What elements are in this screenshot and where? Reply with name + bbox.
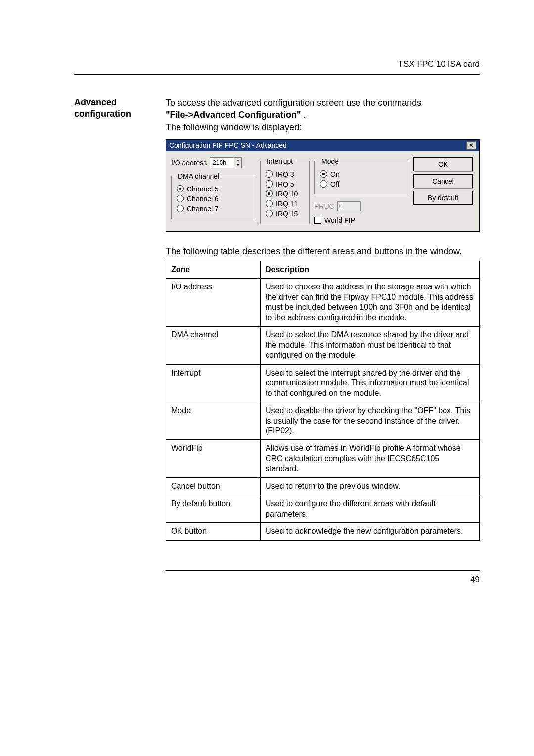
mode-option-label: On — [330, 170, 340, 178]
doc-title: TSX FPC 10 ISA card — [74, 59, 480, 69]
interrupt-legend: Interrupt — [266, 157, 294, 165]
irq-option-label: IRQ 3 — [276, 170, 294, 178]
cell-desc: Used to select the interrupt shared by t… — [261, 364, 480, 402]
pruc-label: PRUC — [314, 202, 334, 210]
irq-option-label: IRQ 10 — [276, 190, 298, 198]
mode-group: Mode On Off — [314, 157, 408, 194]
table-row: Interrupt Used to select the interrupt s… — [166, 364, 480, 402]
io-address-label: I/O address — [171, 159, 207, 167]
pruc-input — [337, 201, 361, 211]
cell-desc: Allows use of frames in WorldFip profile… — [261, 440, 480, 477]
radio-icon[interactable] — [177, 195, 184, 202]
irq-option[interactable]: IRQ 10 — [266, 190, 304, 198]
radio-icon[interactable] — [177, 205, 184, 212]
dma-option-label: Channel 6 — [187, 195, 219, 203]
irq-option-label: IRQ 5 — [276, 180, 294, 188]
irq-option[interactable]: IRQ 15 — [266, 210, 304, 218]
cell-desc: Used to choose the address in the storag… — [261, 279, 480, 327]
mode-option[interactable]: Off — [320, 180, 403, 188]
table-caption: The following table describes the differ… — [166, 246, 480, 257]
table-row: WorldFip Allows use of frames in WorldFi… — [166, 440, 480, 477]
dma-option[interactable]: Channel 7 — [177, 205, 250, 213]
worldfip-label: World FIP — [324, 216, 355, 224]
interrupt-group: Interrupt IRQ 3 IRQ 5 IRQ — [260, 157, 310, 224]
cell-zone: DMA channel — [166, 327, 261, 364]
table-row: DMA channel Used to select the DMA resou… — [166, 327, 480, 364]
cell-zone: OK button — [166, 523, 261, 540]
radio-icon[interactable] — [266, 190, 273, 197]
cell-zone: I/O address — [166, 279, 261, 327]
radio-icon[interactable] — [177, 185, 184, 192]
worldfip-row[interactable]: World FIP — [314, 216, 408, 224]
by-default-button[interactable]: By default — [413, 191, 473, 205]
table-row: Mode Used to disable the driver by check… — [166, 402, 480, 440]
mode-legend: Mode — [320, 157, 340, 165]
config-dialog: Configuration FIP FPC SN - Advanced × I/… — [166, 139, 480, 232]
cell-desc: Used to acknowledge the new configuratio… — [261, 523, 480, 540]
dma-legend: DMA channel — [177, 172, 221, 180]
dialog-title: Configuration FIP FPC SN - Advanced — [169, 142, 287, 149]
cell-desc: Used to configure the different areas wi… — [261, 495, 480, 523]
intro-line2: The following window is displayed: — [166, 122, 302, 132]
close-icon[interactable]: × — [466, 141, 476, 150]
intro-period: . — [301, 110, 306, 120]
heading-line2: configuration — [74, 109, 131, 119]
intro-command: "File->Advanced Configuration" — [166, 110, 301, 120]
mode-option[interactable]: On — [320, 170, 403, 178]
section-heading: Advanced configuration — [74, 97, 148, 585]
mode-option-label: Off — [330, 180, 339, 188]
ok-button[interactable]: OK — [413, 157, 473, 171]
heading-line1: Advanced — [74, 97, 117, 107]
pruc-row: PRUC — [314, 201, 408, 211]
dialog-titlebar: Configuration FIP FPC SN - Advanced × — [166, 140, 479, 151]
cell-zone: Interrupt — [166, 364, 261, 402]
dma-option-label: Channel 7 — [187, 205, 219, 213]
irq-option[interactable]: IRQ 3 — [266, 170, 304, 178]
dma-option[interactable]: Channel 5 — [177, 185, 250, 193]
cell-desc: Used to disable the driver by checking t… — [261, 402, 480, 440]
table-row: Cancel button Used to return to the prev… — [166, 477, 480, 495]
cell-zone: Cancel button — [166, 477, 261, 495]
th-zone: Zone — [166, 261, 261, 278]
io-address-input[interactable] — [210, 158, 234, 168]
io-address-spinner[interactable]: ▲ ▼ — [210, 157, 242, 168]
description-table: Zone Description I/O address Used to cho… — [166, 261, 480, 541]
irq-option[interactable]: IRQ 5 — [266, 180, 304, 188]
table-row: OK button Used to acknowledge the new co… — [166, 523, 480, 540]
intro-line1: To access the advanced configuration scr… — [166, 98, 421, 108]
table-row: I/O address Used to choose the address i… — [166, 279, 480, 327]
cell-zone: By default button — [166, 495, 261, 523]
radio-icon[interactable] — [320, 180, 327, 188]
spinner-down-icon[interactable]: ▼ — [234, 163, 241, 168]
cell-desc: Used to return to the previous window. — [261, 477, 480, 495]
cell-zone: WorldFip — [166, 440, 261, 477]
bottom-rule — [166, 570, 480, 571]
cell-zone: Mode — [166, 402, 261, 440]
radio-icon[interactable] — [266, 170, 273, 178]
intro-paragraph: To access the advanced configuration scr… — [166, 97, 480, 133]
page-number: 49 — [166, 575, 480, 585]
spinner-up-icon[interactable]: ▲ — [234, 158, 241, 163]
dma-option[interactable]: Channel 6 — [177, 195, 250, 203]
radio-icon[interactable] — [320, 170, 327, 178]
cancel-button[interactable]: Cancel — [413, 174, 473, 188]
irq-option-label: IRQ 15 — [276, 210, 298, 218]
radio-icon[interactable] — [266, 200, 273, 207]
checkbox-icon[interactable] — [314, 217, 321, 224]
radio-icon[interactable] — [266, 180, 273, 188]
irq-option[interactable]: IRQ 11 — [266, 200, 304, 208]
table-row: By default button Used to configure the … — [166, 495, 480, 523]
dma-option-label: Channel 5 — [187, 185, 219, 193]
radio-icon[interactable] — [266, 210, 273, 217]
cell-desc: Used to select the DMA resource shared b… — [261, 327, 480, 364]
top-rule — [74, 74, 480, 75]
irq-option-label: IRQ 11 — [276, 200, 298, 208]
dma-channel-group: DMA channel Channel 5 Channel 6 — [171, 172, 255, 219]
th-desc: Description — [261, 261, 480, 278]
